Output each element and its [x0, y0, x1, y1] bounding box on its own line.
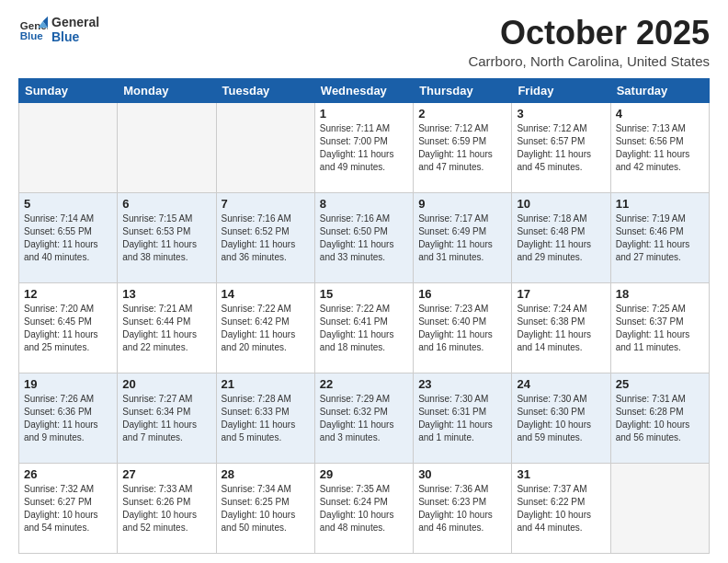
day-number: 6: [122, 197, 210, 211]
day-number: 20: [122, 377, 210, 391]
day-number: 28: [222, 467, 310, 481]
day-number: 18: [616, 287, 704, 301]
calendar-day-1: 1Sunrise: 7:11 AM Sunset: 7:00 PM Daylig…: [314, 102, 413, 192]
calendar-week-1: 5Sunrise: 7:14 AM Sunset: 6:55 PM Daylig…: [19, 192, 710, 282]
calendar-header-monday: Monday: [118, 78, 216, 102]
day-number: 25: [616, 377, 704, 391]
calendar-day-14: 14Sunrise: 7:22 AM Sunset: 6:42 PM Dayli…: [216, 282, 314, 373]
day-number: 19: [24, 377, 112, 391]
calendar-day-15: 15Sunrise: 7:22 AM Sunset: 6:41 PM Dayli…: [314, 282, 413, 373]
day-number: 27: [122, 467, 210, 481]
calendar-week-2: 12Sunrise: 7:20 AM Sunset: 6:45 PM Dayli…: [19, 282, 710, 373]
calendar-day-18: 18Sunrise: 7:25 AM Sunset: 6:37 PM Dayli…: [610, 282, 709, 373]
calendar-day-10: 10Sunrise: 7:18 AM Sunset: 6:48 PM Dayli…: [512, 192, 610, 282]
calendar-day-9: 9Sunrise: 7:17 AM Sunset: 6:49 PM Daylig…: [414, 192, 512, 282]
day-number: 30: [418, 467, 506, 481]
day-info: Sunrise: 7:29 AM Sunset: 6:32 PM Dayligh…: [320, 393, 408, 444]
calendar-day-11: 11Sunrise: 7:19 AM Sunset: 6:46 PM Dayli…: [610, 192, 709, 282]
calendar-header-wednesday: Wednesday: [314, 78, 413, 102]
calendar-empty: [216, 102, 314, 192]
day-info: Sunrise: 7:14 AM Sunset: 6:55 PM Dayligh…: [24, 213, 112, 264]
day-number: 4: [616, 107, 704, 121]
day-info: Sunrise: 7:13 AM Sunset: 6:56 PM Dayligh…: [616, 122, 704, 174]
day-info: Sunrise: 7:36 AM Sunset: 6:23 PM Dayligh…: [418, 483, 506, 534]
calendar-day-8: 8Sunrise: 7:16 AM Sunset: 6:50 PM Daylig…: [314, 192, 413, 282]
day-info: Sunrise: 7:34 AM Sunset: 6:25 PM Dayligh…: [222, 483, 310, 534]
logo-blue-text: Blue: [51, 29, 99, 44]
day-info: Sunrise: 7:31 AM Sunset: 6:28 PM Dayligh…: [616, 393, 704, 444]
day-number: 11: [616, 197, 704, 211]
calendar-day-30: 30Sunrise: 7:36 AM Sunset: 6:23 PM Dayli…: [414, 463, 512, 553]
day-number: 22: [320, 377, 408, 391]
calendar-day-23: 23Sunrise: 7:30 AM Sunset: 6:31 PM Dayli…: [414, 373, 512, 463]
day-info: Sunrise: 7:15 AM Sunset: 6:53 PM Dayligh…: [122, 213, 210, 264]
day-info: Sunrise: 7:20 AM Sunset: 6:45 PM Dayligh…: [24, 303, 112, 354]
day-number: 1: [320, 107, 408, 121]
calendar-day-3: 3Sunrise: 7:12 AM Sunset: 6:57 PM Daylig…: [512, 102, 610, 192]
day-number: 15: [320, 287, 408, 301]
day-info: Sunrise: 7:25 AM Sunset: 6:37 PM Dayligh…: [616, 303, 704, 354]
day-number: 7: [222, 197, 310, 211]
day-info: Sunrise: 7:28 AM Sunset: 6:33 PM Dayligh…: [222, 393, 310, 444]
day-info: Sunrise: 7:32 AM Sunset: 6:27 PM Dayligh…: [24, 483, 112, 534]
calendar-header-saturday: Saturday: [610, 78, 709, 102]
calendar-header-tuesday: Tuesday: [216, 78, 314, 102]
day-number: 14: [222, 287, 310, 301]
calendar-day-6: 6Sunrise: 7:15 AM Sunset: 6:53 PM Daylig…: [118, 192, 216, 282]
calendar-header-sunday: Sunday: [19, 78, 118, 102]
day-number: 8: [320, 197, 408, 211]
title-block: October 2025 Carrboro, North Carolina, U…: [468, 15, 710, 69]
day-info: Sunrise: 7:18 AM Sunset: 6:48 PM Dayligh…: [517, 213, 605, 264]
calendar-day-13: 13Sunrise: 7:21 AM Sunset: 6:44 PM Dayli…: [118, 282, 216, 373]
calendar-empty: [19, 102, 118, 192]
day-info: Sunrise: 7:33 AM Sunset: 6:26 PM Dayligh…: [122, 483, 210, 534]
calendar-day-20: 20Sunrise: 7:27 AM Sunset: 6:34 PM Dayli…: [118, 373, 216, 463]
day-info: Sunrise: 7:16 AM Sunset: 6:50 PM Dayligh…: [320, 213, 408, 264]
calendar-day-4: 4Sunrise: 7:13 AM Sunset: 6:56 PM Daylig…: [610, 102, 709, 192]
calendar-day-7: 7Sunrise: 7:16 AM Sunset: 6:52 PM Daylig…: [216, 192, 314, 282]
calendar-day-17: 17Sunrise: 7:24 AM Sunset: 6:38 PM Dayli…: [512, 282, 610, 373]
day-number: 10: [517, 197, 605, 211]
day-info: Sunrise: 7:17 AM Sunset: 6:49 PM Dayligh…: [418, 213, 506, 264]
logo-icon: General Blue: [18, 15, 48, 44]
day-info: Sunrise: 7:19 AM Sunset: 6:46 PM Dayligh…: [616, 213, 704, 264]
calendar-header-friday: Friday: [512, 78, 610, 102]
day-info: Sunrise: 7:11 AM Sunset: 7:00 PM Dayligh…: [320, 122, 408, 174]
calendar-empty: [610, 463, 709, 553]
day-info: Sunrise: 7:24 AM Sunset: 6:38 PM Dayligh…: [517, 303, 605, 354]
calendar-day-27: 27Sunrise: 7:33 AM Sunset: 6:26 PM Dayli…: [118, 463, 216, 553]
day-number: 9: [418, 197, 506, 211]
calendar-week-3: 19Sunrise: 7:26 AM Sunset: 6:36 PM Dayli…: [19, 373, 710, 463]
calendar-empty: [118, 102, 216, 192]
day-number: 31: [517, 467, 605, 481]
calendar-day-26: 26Sunrise: 7:32 AM Sunset: 6:27 PM Dayli…: [19, 463, 118, 553]
calendar-header-thursday: Thursday: [414, 78, 512, 102]
day-number: 17: [517, 287, 605, 301]
logo: General Blue General Blue: [18, 15, 99, 44]
calendar-day-5: 5Sunrise: 7:14 AM Sunset: 6:55 PM Daylig…: [19, 192, 118, 282]
day-number: 13: [122, 287, 210, 301]
day-number: 24: [517, 377, 605, 391]
day-number: 29: [320, 467, 408, 481]
calendar-week-4: 26Sunrise: 7:32 AM Sunset: 6:27 PM Dayli…: [19, 463, 710, 553]
svg-text:Blue: Blue: [20, 30, 44, 41]
calendar-day-29: 29Sunrise: 7:35 AM Sunset: 6:24 PM Dayli…: [314, 463, 413, 553]
calendar-day-24: 24Sunrise: 7:30 AM Sunset: 6:30 PM Dayli…: [512, 373, 610, 463]
day-number: 26: [24, 467, 112, 481]
calendar-day-16: 16Sunrise: 7:23 AM Sunset: 6:40 PM Dayli…: [414, 282, 512, 373]
logo-general-text: General: [51, 15, 99, 29]
day-info: Sunrise: 7:30 AM Sunset: 6:30 PM Dayligh…: [517, 393, 605, 444]
day-number: 16: [418, 287, 506, 301]
day-number: 3: [517, 107, 605, 121]
calendar-week-0: 1Sunrise: 7:11 AM Sunset: 7:00 PM Daylig…: [19, 102, 710, 192]
day-number: 12: [24, 287, 112, 301]
day-info: Sunrise: 7:26 AM Sunset: 6:36 PM Dayligh…: [24, 393, 112, 444]
day-info: Sunrise: 7:27 AM Sunset: 6:34 PM Dayligh…: [122, 393, 210, 444]
day-info: Sunrise: 7:35 AM Sunset: 6:24 PM Dayligh…: [320, 483, 408, 534]
calendar-table: SundayMondayTuesdayWednesdayThursdayFrid…: [18, 78, 710, 554]
calendar-day-25: 25Sunrise: 7:31 AM Sunset: 6:28 PM Dayli…: [610, 373, 709, 463]
day-info: Sunrise: 7:30 AM Sunset: 6:31 PM Dayligh…: [418, 393, 506, 444]
day-number: 21: [222, 377, 310, 391]
calendar-day-2: 2Sunrise: 7:12 AM Sunset: 6:59 PM Daylig…: [414, 102, 512, 192]
calendar-day-28: 28Sunrise: 7:34 AM Sunset: 6:25 PM Dayli…: [216, 463, 314, 553]
